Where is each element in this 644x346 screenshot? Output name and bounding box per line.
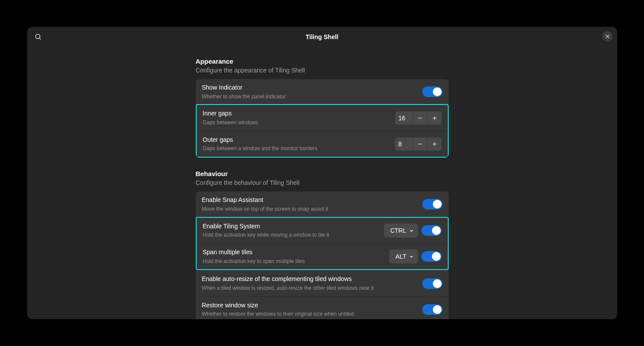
row-text: Show Indicator Whether to show the panel…	[202, 83, 422, 100]
inner-gaps-increment[interactable]	[427, 112, 442, 125]
row-title: Inner gaps	[203, 109, 395, 118]
row-title: Span multiple tiles	[203, 248, 389, 257]
section-title: Appearance	[196, 58, 449, 65]
row-title: Restore window size	[202, 301, 422, 310]
row-sub: Whether to restore the windows to their …	[202, 310, 422, 318]
row-title: Outer gaps	[203, 136, 395, 144]
search-icon	[35, 33, 42, 40]
row-text: Enable auto-resize of the complementing …	[202, 275, 422, 292]
row-restore-size: Restore window size Whether to restore t…	[196, 296, 449, 319]
toggle-auto-resize[interactable]	[422, 278, 443, 289]
svg-line-1	[40, 38, 41, 40]
row-text: Enable Tiling System Hold the activation…	[203, 222, 384, 239]
dropdown-label: CTRL	[390, 227, 407, 234]
row-outer-gaps: Outer gaps Gaps between a window and the…	[197, 131, 448, 157]
content-area: Appearance Configure the appearance of T…	[27, 47, 617, 319]
appearance-group: Show Indicator Whether to show the panel…	[196, 79, 449, 158]
section-title: Behaviour	[196, 170, 449, 177]
row-title: Show Indicator	[202, 83, 422, 92]
row-sub: Gaps between a window and the monitor bo…	[203, 145, 395, 152]
inner-gaps-decrement[interactable]	[413, 112, 427, 125]
plus-icon	[432, 141, 437, 147]
row-sub: Hold the activation key while moving a w…	[203, 231, 384, 239]
row-text: Outer gaps Gaps between a window and the…	[203, 136, 395, 152]
highlight-gaps: Inner gaps Gaps between windows 16	[196, 104, 449, 158]
close-button[interactable]	[602, 31, 613, 42]
behaviour-group: Enable Snap Assistant Move the window on…	[196, 191, 449, 319]
outer-gaps-value[interactable]: 8	[395, 137, 413, 151]
dropdown-label: ALT	[396, 253, 407, 260]
dropdown-tiling-key[interactable]: CTRL	[384, 223, 418, 238]
toggle-span-tiles[interactable]	[421, 251, 442, 262]
chevron-down-icon	[409, 228, 414, 233]
svg-point-0	[36, 34, 40, 39]
section-desc: Configure the behaviour of Tiling Shell	[196, 179, 449, 186]
section-appearance: Appearance Configure the appearance of T…	[196, 58, 449, 158]
toggle-tiling-system[interactable]	[421, 225, 442, 236]
dropdown-span-key[interactable]: ALT	[389, 249, 418, 263]
row-sub: Hold the activation key to span multiple…	[203, 258, 389, 265]
stepper-outer-gaps: 8	[395, 137, 442, 151]
search-button[interactable]	[33, 32, 43, 42]
toggle-show-indicator[interactable]	[422, 86, 443, 97]
row-text: Enable Snap Assistant Move the window on…	[202, 196, 422, 213]
plus-icon	[432, 115, 437, 121]
row-sub: Gaps between windows	[203, 119, 395, 126]
settings-window: Tiling Shell Appearance Configure the ap…	[27, 27, 617, 319]
row-title: Enable Snap Assistant	[202, 196, 422, 205]
row-text: Restore window size Whether to restore t…	[202, 301, 422, 318]
window-title: Tiling Shell	[306, 33, 338, 40]
row-sub: Whether to show the panel indicator	[202, 93, 422, 101]
row-span-tiles: Span multiple tiles Hold the activation …	[197, 243, 448, 269]
close-icon	[605, 34, 610, 39]
row-auto-resize: Enable auto-resize of the complementing …	[196, 270, 449, 296]
toggle-restore-size[interactable]	[422, 304, 443, 315]
row-text: Inner gaps Gaps between windows	[203, 109, 395, 126]
row-title: Enable Tiling System	[203, 222, 384, 231]
section-desc: Configure the appearance of Tiling Shell	[196, 67, 449, 74]
row-sub: Move the window on top of the screen to …	[202, 205, 422, 213]
header-bar: Tiling Shell	[27, 27, 617, 47]
row-title: Enable auto-resize of the complementing …	[202, 275, 422, 284]
row-inner-gaps: Inner gaps Gaps between windows 16	[197, 105, 448, 130]
section-behaviour: Behaviour Configure the behaviour of Til…	[196, 170, 449, 319]
minus-icon	[417, 115, 423, 121]
toggle-snap-assistant[interactable]	[422, 199, 443, 209]
row-sub: When a tiled window is resized, auto-res…	[202, 285, 422, 292]
row-tiling-system: Enable Tiling System Hold the activation…	[197, 218, 448, 243]
row-show-indicator: Show Indicator Whether to show the panel…	[196, 79, 449, 105]
outer-gaps-increment[interactable]	[427, 137, 442, 151]
inner-gaps-value[interactable]: 16	[395, 112, 413, 125]
minus-icon	[417, 141, 423, 147]
stepper-inner-gaps: 16	[395, 112, 442, 125]
highlight-tiling: Enable Tiling System Hold the activation…	[196, 217, 449, 270]
row-text: Span multiple tiles Hold the activation …	[203, 248, 389, 265]
chevron-down-icon	[409, 254, 414, 259]
outer-gaps-decrement[interactable]	[413, 137, 427, 151]
row-snap-assistant: Enable Snap Assistant Move the window on…	[196, 191, 449, 217]
